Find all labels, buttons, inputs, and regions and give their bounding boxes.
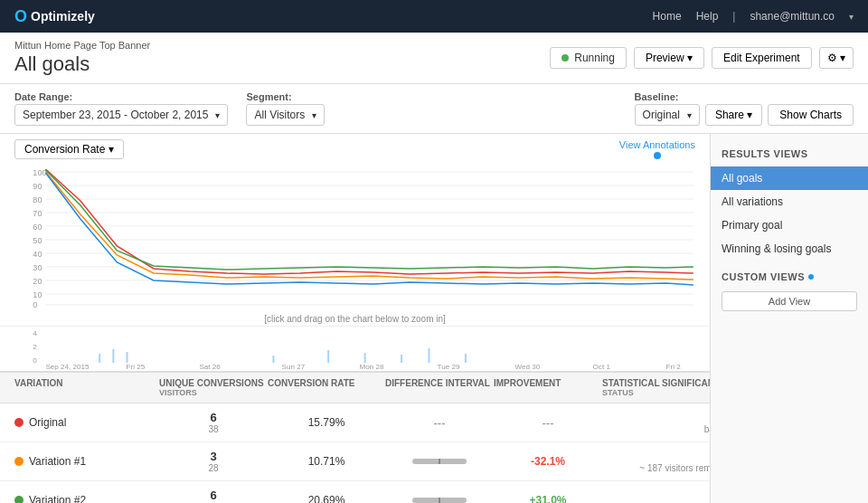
svg-text:60: 60	[33, 223, 42, 232]
experiment-name: Mittun Home Page Top Banner	[14, 40, 150, 51]
chart-zoom-hint: [click and drag on the chart below to zo…	[0, 312, 710, 326]
svg-rect-41	[428, 348, 429, 363]
right-sidebar: RESULTS VIEWS All goals All variations P…	[710, 134, 868, 503]
edit-experiment-button[interactable]: Edit Experiment	[712, 47, 812, 69]
svg-text:0: 0	[33, 300, 37, 309]
improvement-1: -32.1%	[494, 455, 602, 468]
svg-text:Sun 27: Sun 27	[282, 363, 306, 370]
sub-header: Mittun Home Page Top Banner All goals Ru…	[0, 33, 868, 84]
svg-rect-40	[401, 355, 402, 363]
conversions-2: 6 29	[159, 489, 268, 503]
improvement-header: IMPROVEMENT	[494, 376, 602, 399]
segment-label: Segment:	[246, 91, 325, 102]
svg-text:Wed 30: Wed 30	[515, 363, 541, 370]
share-chevron: ▾	[747, 109, 752, 121]
chart-toolbar: Conversion Rate ▾ View Annotations	[0, 134, 710, 165]
table-row: Original 6 38 15.79% --- --- --- baselin…	[0, 403, 710, 442]
baseline-chevron: ▾	[687, 110, 692, 120]
conv-rate-original: 15.79%	[268, 416, 385, 429]
segment-chevron: ▾	[312, 110, 316, 120]
share-button[interactable]: Share ▾	[705, 104, 762, 126]
status-button[interactable]: Running	[550, 47, 627, 69]
user-chevron: ▾	[849, 12, 854, 22]
difference-interval-header: DIFFERENCE INTERVAL	[385, 376, 494, 399]
custom-dot	[808, 274, 814, 280]
baseline-control: Baseline: Original ▾	[635, 91, 700, 126]
conversion-rate-button[interactable]: Conversion Rate ▾	[14, 139, 124, 159]
svg-text:4: 4	[33, 329, 37, 337]
diff-original: ---	[385, 416, 494, 430]
variation-dot-original	[14, 418, 24, 427]
segment-select[interactable]: All Visitors ▾	[246, 104, 325, 126]
variation-dot-1	[14, 457, 24, 466]
nav-help[interactable]: Help	[696, 10, 719, 23]
svg-text:Sep 24, 2015: Sep 24, 2015	[45, 363, 90, 370]
page-title: All goals	[14, 52, 150, 76]
sidebar-item-all-variations[interactable]: All variations	[711, 190, 868, 214]
date-range-group: Date Range: September 23, 2015 - October…	[14, 91, 228, 126]
main-layout: Conversion Rate ▾ View Annotations 100 9…	[0, 134, 868, 503]
variation-header: VARIATION	[14, 376, 159, 399]
sidebar-item-primary-goal[interactable]: Primary goal	[711, 214, 868, 237]
variation-name-original: Original	[14, 416, 159, 429]
results-table: VARIATION UNIQUE CONVERSIONS VISITORS CO…	[0, 371, 710, 503]
custom-views-title: CUSTOM VIEWS	[711, 261, 868, 288]
stat-sig-original: --- baseline	[602, 411, 710, 434]
svg-text:80: 80	[33, 195, 42, 204]
settings-button[interactable]: ⚙ ▾	[819, 47, 854, 69]
svg-text:Mon 28: Mon 28	[360, 363, 384, 370]
date-range-label: Date Range:	[14, 91, 228, 102]
svg-rect-35	[112, 349, 114, 363]
table-header: VARIATION UNIQUE CONVERSIONS VISITORS CO…	[0, 373, 710, 403]
variation-name-1: Variation #1	[14, 455, 159, 468]
sidebar-item-winning-losing[interactable]: Winning & losing goals	[711, 237, 868, 261]
main-chart[interactable]: 100 90 80 70 60 50 40 30 20 10 0	[0, 165, 710, 312]
mini-chart[interactable]: 4 2 0 Sep 24, 2015 Fri 25 Sat 26 Sun 27 …	[0, 326, 710, 371]
svg-rect-38	[327, 350, 329, 363]
svg-text:Fri 2: Fri 2	[666, 363, 682, 370]
date-range-chevron: ▾	[215, 110, 220, 120]
annotation-dot	[654, 152, 661, 159]
view-annotations[interactable]: View Annotations	[619, 139, 695, 159]
svg-rect-37	[272, 356, 274, 363]
svg-text:90: 90	[33, 182, 42, 191]
table-row: Variation #2 6 29 20.69% +31.0% <1% ~ 27…	[0, 481, 710, 503]
baseline-label: Baseline:	[635, 91, 700, 102]
stat-sig-1: <1% ~ 187 visitors remaining.	[602, 451, 710, 473]
svg-text:20: 20	[33, 277, 42, 286]
date-range-select[interactable]: September 23, 2015 - October 2, 2015 ▾	[14, 104, 228, 126]
preview-button[interactable]: Preview ▾	[634, 47, 704, 69]
logo: O Optimizely	[14, 7, 95, 26]
controls-row: Date Range: September 23, 2015 - October…	[0, 84, 868, 134]
improvement-2: +31.0%	[494, 494, 602, 503]
svg-rect-34	[99, 354, 100, 363]
status-label: Running	[574, 52, 615, 64]
stat-sig-header: STATISTICAL SIGNIFICANCE STATUS	[602, 376, 710, 399]
conversion-rate-header: CONVERSION RATE	[268, 376, 385, 399]
baseline-group: Baseline: Original ▾ Share ▾ Show Charts	[635, 91, 854, 126]
diff-bar-1	[385, 459, 494, 464]
nav-home[interactable]: Home	[653, 10, 682, 23]
svg-text:Sat 26: Sat 26	[199, 363, 221, 370]
results-views-title: RESULTS VIEWS	[711, 145, 868, 166]
stat-sig-2: <1% ~ 277 visitors remaining.	[602, 489, 710, 504]
unique-conversions-header: UNIQUE CONVERSIONS VISITORS	[159, 376, 268, 399]
conversions-1: 3 28	[159, 450, 268, 473]
table-row: Variation #1 3 28 10.71% -32.1% <1% ~ 18…	[0, 442, 710, 481]
svg-rect-36	[127, 352, 128, 363]
conv-rate-1: 10.71%	[268, 455, 385, 468]
svg-text:Fri 25: Fri 25	[127, 363, 146, 370]
show-charts-button[interactable]: Show Charts	[768, 104, 854, 126]
segment-group: Segment: All Visitors ▾	[246, 91, 325, 126]
svg-text:10: 10	[33, 290, 42, 299]
variation-name-2: Variation #2	[14, 494, 159, 503]
chart-svg: 100 90 80 70 60 50 40 30 20 10 0	[7, 165, 703, 309]
diff-bar-2	[385, 498, 494, 503]
add-view-button[interactable]: Add View	[722, 291, 857, 311]
sidebar-item-all-goals[interactable]: All goals	[711, 166, 868, 190]
baseline-select[interactable]: Original ▾	[635, 104, 700, 126]
nav-user[interactable]: shane@mittun.co	[750, 10, 835, 23]
svg-text:40: 40	[33, 250, 42, 259]
svg-rect-39	[364, 353, 366, 363]
improvement-original: ---	[494, 416, 602, 430]
